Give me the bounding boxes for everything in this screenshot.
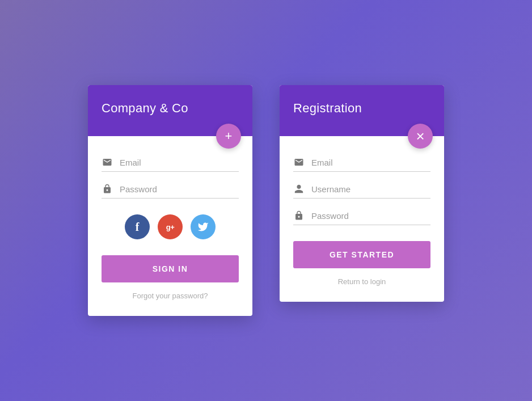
login-card: Company & Co +: [88, 85, 252, 316]
facebook-button[interactable]: f: [125, 214, 150, 239]
register-card: Registration ×: [280, 85, 444, 302]
google-button[interactable]: g+: [158, 214, 183, 239]
cards-container: Company & Co +: [88, 85, 444, 316]
register-card-header: Registration ×: [280, 85, 444, 136]
register-card-title: Registration: [293, 101, 362, 115]
login-card-title: Company & Co: [102, 101, 188, 115]
lock-icon: [102, 183, 113, 195]
register-lock-icon: [293, 210, 305, 221]
register-email-input[interactable]: [311, 158, 430, 167]
register-password-group: [293, 210, 430, 225]
login-email-input[interactable]: [120, 158, 239, 167]
register-email-group: [293, 157, 430, 172]
login-password-input[interactable]: [120, 184, 239, 194]
signin-button[interactable]: SIGN IN: [102, 255, 239, 282]
login-fab-button[interactable]: +: [216, 124, 241, 149]
email-icon: [102, 157, 113, 168]
login-password-group: [102, 183, 239, 199]
register-fab-button[interactable]: ×: [408, 124, 433, 149]
twitter-button[interactable]: [191, 214, 216, 239]
register-username-group: [293, 183, 430, 199]
return-to-login-link[interactable]: Return to login: [293, 277, 430, 286]
register-card-body: GET STARTED Return to login: [280, 136, 444, 302]
login-card-header: Company & Co +: [88, 85, 252, 136]
login-card-body: f g+ SIGN IN Forgot your password?: [88, 136, 252, 316]
register-username-input[interactable]: [311, 184, 430, 194]
social-buttons: f g+: [102, 214, 239, 239]
login-email-group: [102, 157, 239, 172]
forgot-password-link[interactable]: Forgot your password?: [102, 292, 239, 300]
get-started-button[interactable]: GET STARTED: [293, 241, 430, 268]
register-email-icon: [293, 157, 305, 168]
person-icon: [293, 183, 305, 195]
register-password-input[interactable]: [311, 211, 430, 221]
